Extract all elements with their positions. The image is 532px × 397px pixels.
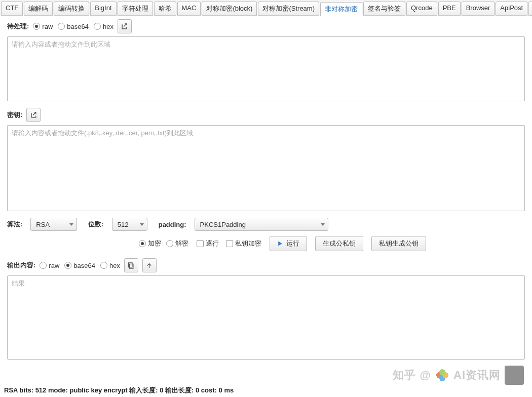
import-input-button[interactable] <box>118 19 132 33</box>
tab-12[interactable]: PBE <box>438 2 461 16</box>
output-label: 输出内容: <box>7 261 35 270</box>
input-format-radio-label: hex <box>103 23 113 30</box>
tab-13[interactable]: Browser <box>462 2 495 16</box>
action-row: 加密解密 逐行私钥加密 运行 生成公私钥 私钥生成公钥 <box>139 236 525 251</box>
tab-3[interactable]: BigInt <box>90 2 116 16</box>
chevron-down-icon <box>69 223 73 226</box>
padding-label: padding: <box>159 221 186 228</box>
flower-icon <box>435 368 449 382</box>
watermark-left-text: 知乎 @ <box>393 368 431 383</box>
algo-label: 算法: <box>7 220 22 229</box>
tab-1[interactable]: 编解码 <box>24 2 53 16</box>
svg-rect-2 <box>130 264 134 268</box>
mode-radio-label: 解密 <box>175 239 188 248</box>
chevron-down-icon <box>140 223 144 226</box>
input-format-radio-base64[interactable]: base64 <box>58 23 89 30</box>
derive-pubkey-button[interactable]: 私钥生成公钥 <box>371 236 426 251</box>
status-bar: RSA bits: 512 mode: public key encrypt 输… <box>4 386 234 395</box>
svg-rect-3 <box>129 262 133 267</box>
padding-select[interactable]: PKCS1Padding <box>195 218 328 231</box>
tab-6[interactable]: MAC <box>177 2 201 16</box>
generate-keypair-button[interactable]: 生成公私钥 <box>315 236 363 251</box>
input-format-row: 待处理: rawbase64hex <box>7 19 525 33</box>
algo-select[interactable]: RSA <box>30 218 77 231</box>
bits-value: 512 <box>118 221 129 228</box>
padding-value: PKCS1Padding <box>200 221 246 228</box>
output-format-radio-label: base64 <box>73 262 95 269</box>
derive-pubkey-label: 私钥生成公钥 <box>379 239 419 248</box>
checkbox-label: 逐行 <box>206 239 219 248</box>
input-label: 待处理: <box>7 22 29 31</box>
output-textarea[interactable] <box>7 275 525 360</box>
tab-14[interactable]: ApiPost <box>496 2 527 16</box>
send-output-up-button[interactable] <box>142 258 157 272</box>
tab-7[interactable]: 对称加密(block) <box>202 2 257 16</box>
radio-dot-icon <box>100 262 107 269</box>
mode-radio-label: 加密 <box>148 239 161 248</box>
output-format-radio-raw[interactable]: raw <box>40 262 59 269</box>
input-format-radio-label: base64 <box>67 23 89 30</box>
tab-15[interactable]: 压缩 <box>528 2 532 16</box>
watermark-logo-box <box>505 366 524 385</box>
output-format-row: 输出内容: rawbase64hex <box>7 258 525 272</box>
algorithm-options-row: 算法: RSA 位数: 512 padding: PKCS1Padding <box>7 218 525 231</box>
radio-dot-icon <box>139 240 146 247</box>
radio-dot-icon <box>94 23 101 30</box>
main-form: 待处理: rawbase64hex 密钥: 算法: RSA 位数: 512 <box>0 15 532 361</box>
checkbox-label: 私钥加密 <box>235 239 261 248</box>
mode-radio-解密[interactable]: 解密 <box>166 239 188 248</box>
tab-4[interactable]: 字符处理 <box>118 2 153 16</box>
import-key-button[interactable] <box>26 108 41 122</box>
input-format-radio-hex[interactable]: hex <box>94 23 113 30</box>
input-textarea[interactable] <box>7 36 525 101</box>
key-textarea[interactable] <box>7 125 525 211</box>
key-row: 密钥: <box>7 108 525 122</box>
copy-output-button[interactable] <box>124 258 138 272</box>
output-format-radio-base64[interactable]: base64 <box>64 262 95 269</box>
radio-dot-icon <box>58 23 65 30</box>
output-format-radio-label: raw <box>49 262 59 269</box>
radio-dot-icon <box>33 23 40 30</box>
tab-9[interactable]: 非对称加密 <box>320 2 362 16</box>
checkbox-私钥加密[interactable]: 私钥加密 <box>226 239 261 248</box>
mode-radio-加密[interactable]: 加密 <box>139 239 161 248</box>
svg-marker-1 <box>278 242 282 246</box>
input-format-radio-label: raw <box>42 23 53 30</box>
radio-dot-icon <box>40 262 47 269</box>
bits-select[interactable]: 512 <box>112 218 147 231</box>
checkbox-box-icon <box>197 240 204 247</box>
input-format-radio-raw[interactable]: raw <box>33 23 53 30</box>
algo-value: RSA <box>36 221 50 228</box>
tab-5[interactable]: 哈希 <box>154 2 176 16</box>
checkbox-逐行[interactable]: 逐行 <box>197 239 219 248</box>
generate-keypair-label: 生成公私钥 <box>323 239 356 248</box>
radio-dot-icon <box>64 262 71 269</box>
key-label: 密钥: <box>7 110 22 120</box>
tab-8[interactable]: 对称加密(Stream) <box>258 2 319 16</box>
tab-11[interactable]: Qrcode <box>406 2 437 16</box>
output-format-radio-label: hex <box>109 262 120 269</box>
checkbox-box-icon <box>226 240 233 247</box>
output-format-radio-hex[interactable]: hex <box>100 262 120 269</box>
bits-label: 位数: <box>88 220 103 229</box>
run-button[interactable]: 运行 <box>270 236 307 251</box>
tab-0[interactable]: CTF <box>1 2 23 16</box>
radio-dot-icon <box>166 240 173 247</box>
tab-10[interactable]: 签名与验签 <box>363 2 405 16</box>
tab-bar: CTF编解码编码转换BigInt字符处理哈希MAC对称加密(block)对称加密… <box>0 0 532 15</box>
run-button-label: 运行 <box>286 239 299 248</box>
chevron-down-icon <box>321 223 325 226</box>
tab-2[interactable]: 编码转换 <box>54 2 89 16</box>
watermark: 知乎 @ AI资讯网 <box>393 366 524 385</box>
watermark-right-text: AI资讯网 <box>453 368 501 383</box>
